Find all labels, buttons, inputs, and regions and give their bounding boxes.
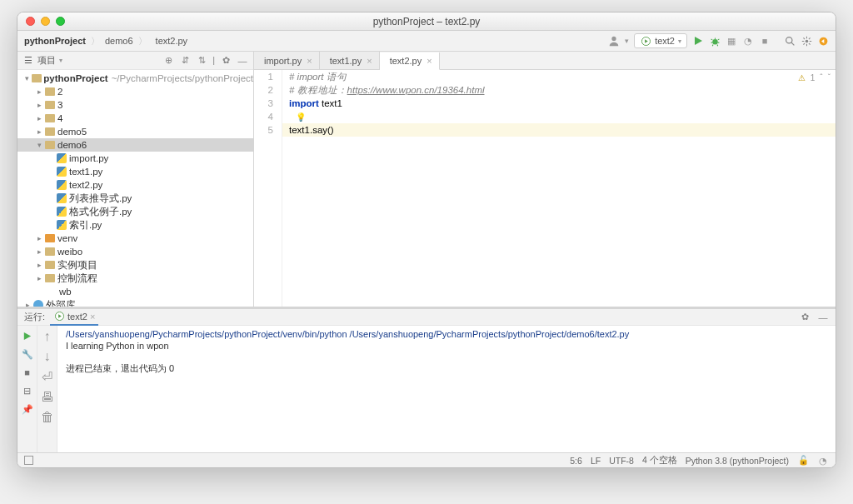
editor-area: import.py× text1.py× text2.py× 1 2 3 4 5… [254,52,836,307]
project-file[interactable]: 列表推导式.py [17,192,253,205]
svg-point-4 [805,39,808,42]
debug-button[interactable] [709,35,721,47]
run-header: 运行: text2 × ✿ — [17,309,836,326]
close-tab-icon[interactable]: × [367,56,372,66]
ide-window: pythonProject – text2.py pythonProject 〉… [17,12,836,468]
print-icon[interactable]: 🖶 [41,390,54,405]
breadcrumb-folder[interactable]: demo6 [105,36,133,46]
file-encoding[interactable]: UTF-8 [609,456,634,466]
tools-icon[interactable]: 🔧 [21,347,34,361]
project-folder[interactable]: ▸控制流程 [17,272,253,285]
breadcrumb[interactable]: pythonProject 〉 demo6 〉 text2.py [24,35,187,47]
svg-point-2 [712,39,718,45]
project-folder[interactable]: ▸weibo [17,245,253,258]
project-file[interactable]: text2.py [17,178,253,192]
indent-info[interactable]: 4 个空格 [642,455,677,467]
gutter: 1 2 3 4 5 [254,70,282,307]
hide-icon[interactable]: — [237,55,248,67]
editor-tabs: import.py× text1.py× text2.py× [254,52,836,70]
project-view-icon: ☰ [22,55,34,67]
warning-icon: ⚠ [798,73,806,82]
ide-status-icon[interactable]: ◔ [817,455,829,467]
readonly-lock-icon[interactable]: 🔓 [797,455,809,467]
ide-update-icon[interactable] [817,35,829,47]
exit-line: 进程已结束，退出代码为 0 [66,362,827,375]
external-libraries-node[interactable]: ▸外部库 [17,298,253,307]
settings-button[interactable] [801,35,812,47]
editor-tab[interactable]: text1.py× [320,52,380,69]
project-folder[interactable]: ▸3 [17,98,253,112]
project-file[interactable]: import.py [17,152,253,165]
editor-tab-active[interactable]: text2.py× [380,52,440,70]
close-tab-icon[interactable]: × [426,56,431,66]
user-icon[interactable] [608,35,620,47]
project-root-node[interactable]: ▾ pythonProject ~/PycharmProjects/python… [17,72,253,85]
collapse-all-icon[interactable]: ⇅ [196,55,207,67]
run-tool-window: 运行: text2 × ✿ — 🔧 ■ ⊟ [17,307,836,452]
clear-icon[interactable]: 🗑 [41,410,54,425]
line-separator[interactable]: LF [591,456,601,466]
python-run-icon [53,311,65,322]
project-folder[interactable]: ▸4 [17,112,253,125]
scroll-down-icon[interactable]: ↓ [44,349,51,364]
project-file[interactable]: wb [17,285,253,298]
search-everywhere-button[interactable] [784,35,796,47]
stdout-line: I learning Python in wpon [66,341,827,351]
locate-icon[interactable]: ⊕ [162,55,174,67]
rerun-button[interactable] [21,329,34,342]
navigation-bar: pythonProject 〉 demo6 〉 text2.py ▾ text2… [17,31,836,52]
project-settings-icon[interactable]: ✿ [220,55,232,67]
titlebar: pythonProject – text2.py [17,12,836,31]
project-folder-selected[interactable]: ▾demo6 [17,138,253,152]
interpreter-info[interactable]: Python 3.8 (pythonProject) [686,456,789,466]
run-config-name: text2 [655,36,675,46]
inspection-widget[interactable]: ⚠ 1 ˆ ˇ [798,73,831,82]
profile-button[interactable]: ◔ [742,35,754,47]
pin-icon[interactable]: 📌 [21,402,34,416]
scroll-up-icon[interactable]: ↑ [44,329,51,344]
run-console-toolbar: ↑ ↓ ⏎ 🖶 🗑 [37,326,57,452]
caret-position[interactable]: 5:6 [570,456,582,466]
project-file[interactable]: text1.py [17,165,253,178]
window-title: pythonProject – text2.py [17,16,836,27]
intention-bulb-icon[interactable]: 💡 [289,112,306,122]
stop-button[interactable]: ■ [21,366,34,379]
svg-point-0 [612,37,616,41]
run-button[interactable] [692,35,704,47]
project-folder[interactable]: ▸venv [17,232,253,245]
project-label: 项目 [37,54,56,67]
breadcrumb-file[interactable]: text2.py [156,36,188,46]
editor-tab[interactable]: import.py× [254,52,320,69]
run-config-selector[interactable]: text2 ▾ [634,33,687,48]
python-run-icon [640,35,651,47]
coverage-button[interactable]: ▦ [726,35,737,47]
project-file[interactable]: 格式化例子.py [17,205,253,218]
project-tree[interactable]: ▾ pythonProject ~/PycharmProjects/python… [17,70,253,307]
project-folder[interactable]: ▸实例项目 [17,258,253,272]
layout-icon[interactable]: ⊟ [21,384,34,397]
close-tab-icon[interactable]: × [307,56,312,66]
soft-wrap-icon[interactable]: ⏎ [42,369,52,385]
project-file[interactable]: 索引.py [17,218,253,232]
close-tab-icon[interactable]: × [90,312,95,322]
code-editor[interactable]: 1 2 3 4 5 # import 语句 # 教程地址：https://www… [254,70,836,307]
breadcrumb-root[interactable]: pythonProject [24,36,86,46]
project-header: ☰ 项目 ▾ ⊕ ⇵ ⇅ | ✿ — [17,52,253,70]
status-bar: 5:6 LF UTF-8 4 个空格 Python 3.8 (pythonPro… [17,452,836,467]
run-left-toolbar: 🔧 ■ ⊟ 📌 [17,326,37,452]
stop-button[interactable]: ■ [759,35,771,47]
project-folder[interactable]: ▸demo5 [17,125,253,138]
hide-icon[interactable]: — [817,312,829,323]
project-tool-window: ☰ 项目 ▾ ⊕ ⇵ ⇅ | ✿ — ▾ [17,52,254,307]
svg-point-3 [786,37,791,42]
command-line: /Users/yanshuopeng/PycharmProjects/pytho… [66,329,827,339]
expand-all-icon[interactable]: ⇵ [179,55,191,67]
project-folder[interactable]: ▸2 [17,85,253,98]
console-output[interactable]: /Users/yanshuopeng/PycharmProjects/pytho… [57,326,836,452]
run-label: 运行: [24,311,45,323]
tool-windows-button[interactable] [24,456,33,465]
run-tab[interactable]: text2 × [50,309,98,326]
run-settings-icon[interactable]: ✿ [799,312,811,323]
code-body[interactable]: # import 语句 # 教程地址：https://www.wpon.cn/1… [282,70,836,307]
